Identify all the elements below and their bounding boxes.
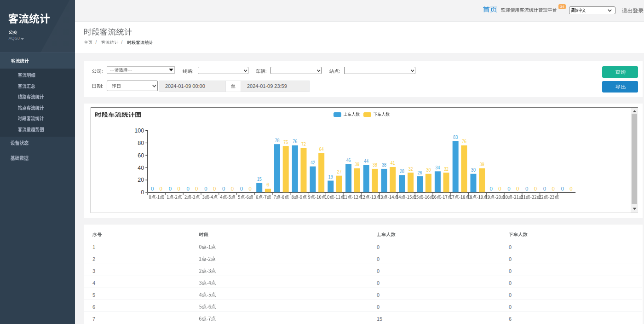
svg-text:0: 0 [489, 186, 492, 191]
svg-text:32: 32 [408, 166, 413, 172]
svg-text:0: 0 [516, 186, 519, 191]
svg-text:15: 15 [257, 176, 262, 182]
svg-text:0: 0 [151, 186, 154, 191]
svg-text:0: 0 [169, 186, 172, 191]
svg-text:0: 0 [507, 186, 510, 191]
svg-text:0: 0 [222, 186, 225, 191]
svg-text:76: 76 [462, 139, 466, 144]
svg-text:39: 39 [480, 162, 484, 167]
svg-text:19: 19 [328, 174, 333, 179]
svg-text:0: 0 [240, 186, 243, 191]
svg-text:78: 78 [275, 138, 280, 143]
svg-text:30: 30 [471, 167, 476, 173]
svg-text:76: 76 [293, 139, 297, 144]
svg-text:20: 20 [138, 177, 144, 183]
svg-text:38: 38 [373, 162, 377, 168]
svg-text:26: 26 [418, 170, 422, 175]
svg-text:83: 83 [453, 134, 458, 140]
svg-text:75: 75 [283, 139, 288, 145]
svg-text:64: 64 [319, 146, 324, 152]
svg-text:0: 0 [177, 186, 180, 191]
svg-text:0: 0 [561, 186, 564, 191]
svg-text:60: 60 [138, 152, 144, 159]
svg-text:80: 80 [138, 140, 144, 146]
svg-text:32: 32 [444, 166, 448, 172]
svg-text:0: 0 [204, 186, 207, 191]
svg-text:30: 30 [426, 167, 431, 173]
svg-text:0: 0 [186, 186, 189, 191]
svg-text:44: 44 [364, 158, 368, 164]
svg-text:28: 28 [400, 168, 404, 174]
svg-text:0: 0 [534, 186, 537, 191]
svg-text:0: 0 [552, 186, 554, 191]
svg-text:41: 41 [391, 160, 395, 166]
svg-text:46: 46 [346, 157, 351, 163]
svg-text:100: 100 [134, 127, 144, 134]
svg-text:72: 72 [301, 141, 306, 147]
svg-text:0: 0 [231, 186, 234, 191]
svg-text:27: 27 [337, 169, 342, 174]
svg-text:6: 6 [266, 182, 269, 187]
svg-text:0: 0 [248, 186, 251, 191]
svg-text:0: 0 [525, 186, 528, 191]
svg-text:0: 0 [195, 186, 198, 191]
svg-text:34: 34 [435, 165, 440, 170]
svg-text:38: 38 [382, 162, 386, 168]
svg-text:0: 0 [213, 186, 216, 191]
svg-text:0: 0 [141, 189, 144, 196]
svg-text:0: 0 [543, 186, 546, 191]
svg-text:39: 39 [355, 162, 359, 167]
svg-text:0: 0 [160, 186, 162, 191]
svg-text:40: 40 [138, 165, 144, 171]
svg-text:42: 42 [310, 160, 315, 165]
svg-text:0: 0 [498, 186, 501, 191]
svg-text:0: 0 [569, 186, 572, 191]
